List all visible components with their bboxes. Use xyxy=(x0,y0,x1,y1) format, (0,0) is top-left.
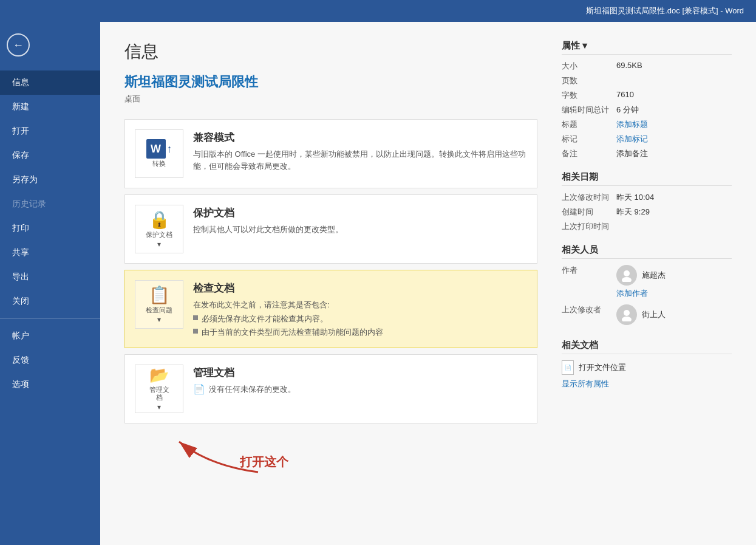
sidebar-item-close[interactable]: 关闭 xyxy=(0,289,100,314)
doc-title: 斯坦福图灵测试局限性 xyxy=(124,73,537,91)
sidebar-label-print: 打印 xyxy=(12,223,29,234)
props-value-note: 添加备注 xyxy=(616,148,648,159)
sidebar-label-share: 共享 xyxy=(12,247,29,258)
card-compatibility: W ↑ 转换 兼容模式 与旧版本的 Office 一起使用时，某些新功能被禁用，… xyxy=(124,119,537,188)
props-row-created: 创建时间 昨天 9:29 xyxy=(562,207,732,218)
props-row-printed: 上次打印时间 xyxy=(562,221,732,232)
related-dates-section: 相关日期 上次修改时间 昨天 10:04 创建时间 昨天 9:29 上次打印时间 xyxy=(562,171,732,232)
last-modifier-name: 街上人 xyxy=(642,309,666,320)
props-value-words: 7610 xyxy=(616,90,634,99)
sidebar-label-save: 保存 xyxy=(12,150,29,161)
sidebar-item-export[interactable]: 导出 xyxy=(0,265,100,289)
back-circle-icon: ← xyxy=(7,33,30,57)
card-desc-inspect: 在发布此文件之前，请注意其是否包含: xyxy=(193,299,527,311)
props-value-tag[interactable]: 添加标记 xyxy=(616,134,648,145)
props-row-words: 字数 7610 xyxy=(562,90,732,101)
svg-point-2 xyxy=(622,277,632,282)
card-bullet-2: 由于当前的文件类型而无法检查辅助功能问题的内容 xyxy=(193,327,527,338)
protect-dropdown: ▾ xyxy=(157,240,161,249)
sidebar-label-account: 帐户 xyxy=(12,331,29,341)
props-value-size: 69.5KB xyxy=(616,61,642,70)
doc-small-icon: 📄 xyxy=(193,383,205,395)
sidebar-item-feedback[interactable]: 反馈 xyxy=(0,348,100,372)
sidebar-label-feedback: 反馈 xyxy=(12,355,29,366)
card-desc-manage: 没有任何未保存的更改。 xyxy=(209,383,296,396)
author-info: 施超杰 添加作者 xyxy=(616,265,666,301)
props-label-author: 作者 xyxy=(562,265,616,276)
related-dates-title: 相关日期 xyxy=(562,171,732,186)
card-bullet-1: 必须先保存此文件才能检查其内容。 xyxy=(193,314,527,324)
sidebar-item-history: 历史记录 xyxy=(0,192,100,216)
manage-label: 管理文档 xyxy=(149,386,169,402)
card-icon-compatibility[interactable]: W ↑ 转换 xyxy=(135,129,183,178)
manage-dropdown: ▾ xyxy=(157,403,161,411)
annotation-text: 打开这个 xyxy=(240,454,288,470)
open-file-location[interactable]: 📄 打开文件位置 xyxy=(562,360,732,375)
doc-location: 桌面 xyxy=(124,94,537,105)
card-desc-protect: 控制其他人可以对此文档所做的更改类型。 xyxy=(193,224,527,236)
sidebar-nav: 信息 新建 打开 保存 另存为 历史记录 打印 共享 xyxy=(0,70,100,397)
props-row-modified: 上次修改时间 昨天 10:04 xyxy=(562,192,732,203)
add-author-link[interactable]: 添加作者 xyxy=(616,288,666,299)
props-label-printed: 上次打印时间 xyxy=(562,221,616,232)
properties-section: 属性 ▾ 大小 69.5KB 页数 字数 7610 编辑时间总计 6 分钟 xyxy=(562,40,732,159)
card-icon-protect[interactable]: 🔒 保护文档 ▾ xyxy=(135,205,183,253)
related-docs-title: 相关文档 xyxy=(562,340,732,354)
card-manage: 📂 管理文档 ▾ 管理文档 📄 没有任何未保存的更改。 xyxy=(124,354,537,423)
last-modifier-row: 街上人 xyxy=(616,304,666,325)
sidebar-item-open[interactable]: 打开 xyxy=(0,119,100,143)
props-label-created: 创建时间 xyxy=(562,207,616,218)
show-all-properties[interactable]: 显示所有属性 xyxy=(562,379,732,389)
related-people-title: 相关人员 xyxy=(562,244,732,259)
bullet-text-2: 由于当前的文件类型而无法检查辅助功能问题的内容 xyxy=(202,327,383,338)
sidebar-item-new[interactable]: 新建 xyxy=(0,95,100,119)
svg-point-4 xyxy=(622,317,632,321)
sidebar-label-export: 导出 xyxy=(12,272,29,283)
properties-title: 属性 ▾ xyxy=(562,40,732,55)
card-icon-manage[interactable]: 📂 管理文档 ▾ xyxy=(135,365,183,413)
card-content-protect: 保护文档 控制其他人可以对此文档所做的更改类型。 xyxy=(193,205,527,236)
manage-desc-row: 📄 没有任何未保存的更改。 xyxy=(193,383,527,396)
sidebar-item-print[interactable]: 打印 xyxy=(0,216,100,241)
card-title-manage: 管理文档 xyxy=(193,366,527,380)
author-avatar xyxy=(616,265,637,286)
content-main: 信息 斯坦福图灵测试局限性 桌面 W ↑ 转换 兼容模式 与旧版本的 Off xyxy=(124,40,537,527)
card-title-inspect: 检查文档 xyxy=(193,281,527,295)
props-row-title: 标题 添加标题 xyxy=(562,119,732,130)
card-protect: 🔒 保护文档 ▾ 保护文档 控制其他人可以对此文档所做的更改类型。 xyxy=(124,194,537,264)
sidebar-divider xyxy=(0,318,100,319)
card-icon-inspect[interactable]: 📋 检查问题 ▾ xyxy=(135,280,183,329)
annotation-area: 打开这个 xyxy=(124,430,537,478)
convert-label: 转换 xyxy=(152,160,166,168)
related-people-section: 相关人员 作者 施超杰 添加作者 xyxy=(562,244,732,327)
bullet-square-icon xyxy=(193,315,198,320)
sidebar-item-account[interactable]: 帐户 xyxy=(0,324,100,348)
inspect-dropdown: ▾ xyxy=(157,315,161,324)
props-row-edittime: 编辑时间总计 6 分钟 xyxy=(562,105,732,115)
props-value-created: 昨天 9:29 xyxy=(616,207,650,218)
sidebar-item-share[interactable]: 共享 xyxy=(0,241,100,265)
props-label-tag: 标记 xyxy=(562,134,616,145)
card-content-manage: 管理文档 📄 没有任何未保存的更改。 xyxy=(193,365,527,396)
sidebar-item-saveas[interactable]: 另存为 xyxy=(0,168,100,192)
props-label-edittime: 编辑时间总计 xyxy=(562,105,616,115)
card-manage-wrapper: 📂 管理文档 ▾ 管理文档 📄 没有任何未保存的更改。 xyxy=(124,354,537,478)
sidebar-item-options[interactable]: 选项 xyxy=(0,372,100,397)
svg-point-1 xyxy=(624,270,630,276)
props-label-modified: 上次修改时间 xyxy=(562,192,616,203)
sidebar-item-save[interactable]: 保存 xyxy=(0,143,100,168)
file-location-icon: 📄 xyxy=(562,360,574,375)
content-right: 属性 ▾ 大小 69.5KB 页数 字数 7610 编辑时间总计 6 分钟 xyxy=(562,40,732,527)
related-docs-section: 相关文档 📄 打开文件位置 显示所有属性 xyxy=(562,340,732,389)
sidebar-item-info[interactable]: 信息 xyxy=(0,70,100,95)
bullet-square-icon-2 xyxy=(193,329,198,334)
person-icon xyxy=(620,269,633,282)
props-label-words: 字数 xyxy=(562,90,616,101)
props-value-title[interactable]: 添加标题 xyxy=(616,119,648,130)
sidebar-label-close: 关闭 xyxy=(12,296,29,307)
card-content-compatibility: 兼容模式 与旧版本的 Office 一起使用时，某些新功能被禁用，以防止出现问题… xyxy=(193,129,527,172)
back-button[interactable]: ← xyxy=(0,27,36,63)
props-row-author: 作者 施超杰 添加作者 xyxy=(562,265,732,301)
open-file-location-label: 打开文件位置 xyxy=(579,362,626,373)
card-title-compatibility: 兼容模式 xyxy=(193,131,527,145)
